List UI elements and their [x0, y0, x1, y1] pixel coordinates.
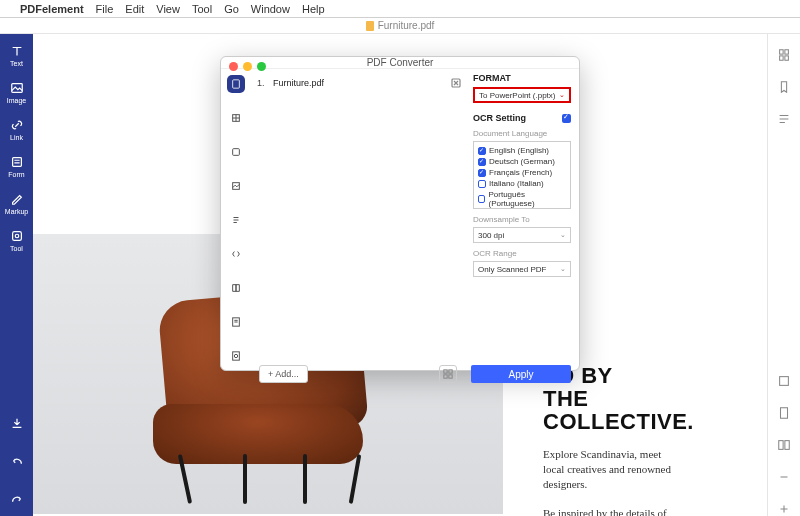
svg-rect-8 — [780, 377, 789, 386]
chevron-down-icon: ⌄ — [560, 265, 566, 273]
svg-rect-10 — [779, 441, 783, 450]
format-txt-icon[interactable] — [227, 211, 245, 229]
format-rtf-icon[interactable] — [227, 313, 245, 331]
left-toolbar: Text Image Link Form Markup Tool — [0, 34, 33, 516]
format-xls-icon[interactable] — [227, 109, 245, 127]
tool-text-label: Text — [10, 60, 23, 67]
file-row[interactable]: 1. Furniture.pdf — [255, 75, 463, 91]
language-checkbox[interactable] — [478, 147, 486, 155]
grid-view-icon[interactable] — [439, 365, 457, 383]
format-select[interactable]: To PowerPoint (.pptx) ⌄ — [473, 87, 571, 103]
zoom-out-icon[interactable] — [777, 470, 791, 484]
menu-window[interactable]: Window — [251, 3, 290, 15]
language-checkbox[interactable] — [478, 180, 486, 188]
dialog-footer: + Add... Apply — [221, 365, 579, 383]
redo-icon[interactable] — [10, 492, 24, 506]
tool-markup[interactable]: Markup — [5, 192, 28, 215]
app-name[interactable]: PDFelement — [20, 3, 84, 15]
spread-icon[interactable] — [777, 438, 791, 452]
language-item[interactable]: Italiano (Italian) — [478, 178, 566, 189]
svg-rect-14 — [233, 149, 240, 156]
format-label: FORMAT — [473, 73, 571, 83]
add-button[interactable]: + Add... — [259, 365, 308, 383]
remove-file-icon[interactable] — [451, 78, 461, 88]
svg-rect-4 — [780, 50, 784, 54]
svg-rect-1 — [12, 158, 21, 167]
close-icon[interactable] — [229, 62, 238, 71]
tool-text[interactable]: Text — [10, 44, 24, 67]
mac-menubar: PDFelement File Edit View Tool Go Window… — [0, 0, 800, 18]
file-index: 1. — [257, 78, 267, 88]
svg-rect-9 — [781, 408, 788, 419]
ocrrange-label: OCR Range — [473, 249, 571, 258]
undo-icon[interactable] — [10, 454, 24, 468]
page-icon[interactable] — [777, 406, 791, 420]
tool-form[interactable]: Form — [8, 155, 24, 178]
svg-rect-12 — [233, 80, 240, 88]
chevron-down-icon: ⌄ — [559, 91, 565, 99]
menu-go[interactable]: Go — [224, 3, 239, 15]
language-list[interactable]: English (English)Deutsch (German)Françai… — [473, 141, 571, 209]
format-pdfa-icon[interactable] — [227, 347, 245, 365]
format-img-icon[interactable] — [227, 177, 245, 195]
language-item[interactable]: English (English) — [478, 145, 566, 156]
language-item[interactable]: Français (French) — [478, 167, 566, 178]
menu-tool[interactable]: Tool — [192, 3, 212, 15]
doclang-label: Document Language — [473, 129, 571, 138]
svg-rect-20 — [444, 370, 447, 373]
format-ppt-icon[interactable] — [227, 143, 245, 161]
ocr-checkbox[interactable] — [562, 114, 571, 123]
ocr-label: OCR Setting — [473, 113, 526, 123]
downsample-value: 300 dpi — [478, 231, 504, 240]
tool-image-label: Image — [7, 97, 26, 104]
menu-file[interactable]: File — [96, 3, 114, 15]
format-epub-icon[interactable] — [227, 279, 245, 297]
bookmark-icon[interactable] — [777, 80, 791, 94]
format-html-icon[interactable] — [227, 245, 245, 263]
tool-link[interactable]: Link — [10, 118, 24, 141]
language-checkbox[interactable] — [478, 195, 485, 203]
apply-button[interactable]: Apply — [471, 365, 571, 383]
svg-rect-23 — [449, 375, 452, 378]
language-item[interactable]: Português (Portuguese) — [478, 189, 566, 209]
dialog-titlebar[interactable]: PDF Converter — [221, 57, 579, 69]
format-doc-icon[interactable] — [227, 75, 245, 93]
svg-rect-22 — [444, 375, 447, 378]
svg-rect-21 — [449, 370, 452, 373]
menu-view[interactable]: View — [156, 3, 180, 15]
tool-image[interactable]: Image — [7, 81, 26, 104]
right-sidebar — [767, 34, 800, 516]
tool-tool[interactable]: Tool — [10, 229, 24, 252]
ocrrange-value: Only Scanned PDF — [478, 265, 546, 274]
dialog-format-icons — [221, 69, 251, 365]
language-label: English (English) — [489, 146, 549, 155]
language-checkbox[interactable] — [478, 169, 486, 177]
svg-rect-5 — [785, 50, 789, 54]
paragraph-1: Explore Scandinavia, meet local creative… — [543, 447, 677, 492]
language-label: Deutsch (German) — [489, 157, 555, 166]
svg-rect-7 — [785, 56, 789, 60]
svg-point-18 — [234, 354, 237, 357]
language-item[interactable]: Deutsch (German) — [478, 156, 566, 167]
format-value: To PowerPoint (.pptx) — [479, 91, 555, 100]
chevron-down-icon: ⌄ — [560, 231, 566, 239]
tool-form-label: Form — [8, 171, 24, 178]
menu-help[interactable]: Help — [302, 3, 325, 15]
minimize-icon[interactable] — [243, 62, 252, 71]
paragraph-2: Be inspired by the details of culture, d… — [543, 506, 677, 516]
svg-point-3 — [15, 234, 19, 238]
language-label: Português (Portuguese) — [488, 190, 566, 208]
ocrrange-select[interactable]: Only Scanned PDF ⌄ — [473, 261, 571, 277]
downsample-label: Downsample To — [473, 215, 571, 224]
zoom-in-icon[interactable] — [777, 502, 791, 516]
language-checkbox[interactable] — [478, 158, 486, 166]
svg-rect-2 — [12, 232, 21, 241]
maximize-icon[interactable] — [257, 62, 266, 71]
headline-line2: THE COLLECTIVE. — [543, 387, 677, 433]
outline-icon[interactable] — [777, 112, 791, 126]
fit-icon[interactable] — [777, 374, 791, 388]
export-icon[interactable] — [10, 416, 24, 430]
downsample-select[interactable]: 300 dpi ⌄ — [473, 227, 571, 243]
thumbnails-icon[interactable] — [777, 48, 791, 62]
menu-edit[interactable]: Edit — [125, 3, 144, 15]
